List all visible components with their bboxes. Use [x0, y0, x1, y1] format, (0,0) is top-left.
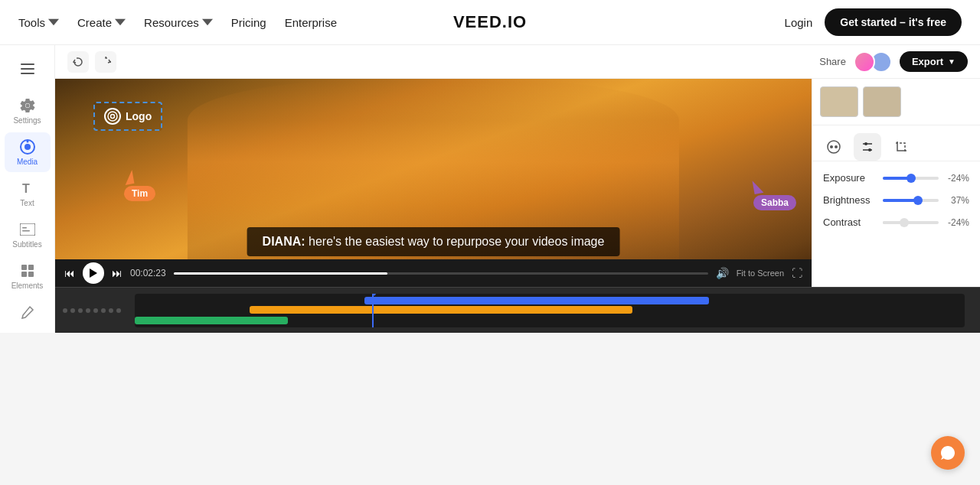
volume-button[interactable]: 🔊: [716, 267, 729, 279]
redo-button[interactable]: [95, 51, 116, 73]
sabba-label: Sabba: [753, 195, 796, 210]
brightness-thumb[interactable]: [913, 196, 923, 205]
svg-point-14: [108, 112, 117, 121]
topbar-right: Share Export ▼: [819, 51, 968, 73]
timeline-dots: [63, 308, 121, 313]
logo-text: Logo: [126, 110, 152, 122]
nav-cta-button[interactable]: Get started – it's free: [825, 8, 962, 36]
tab-crop[interactable]: [887, 133, 915, 161]
menu-icon: [19, 60, 36, 77]
timeline-dot: [101, 308, 106, 313]
skip-back-button[interactable]: ⏮: [64, 267, 75, 279]
progress-fill: [174, 272, 387, 275]
svg-point-22: [830, 145, 833, 148]
sidebar-media[interactable]: Media: [5, 132, 51, 172]
timeline-dot: [70, 308, 75, 313]
site-logo[interactable]: VEED.IO: [453, 12, 527, 32]
svg-rect-1: [21, 68, 34, 70]
tab-adjust[interactable]: [854, 133, 881, 161]
track-audio: [135, 317, 288, 324]
logo-circle-icon: [104, 108, 121, 125]
svg-marker-20: [90, 269, 97, 278]
nav-tools[interactable]: Tools: [18, 16, 59, 29]
settings-icon: [19, 97, 36, 114]
brightness-slider[interactable]: [883, 199, 939, 202]
text-label: Text: [20, 199, 34, 207]
subtitles-icon: [19, 221, 36, 238]
timeline-dot: [109, 308, 113, 313]
subtitles-label: Subtitles: [12, 240, 41, 249]
timeline-dot: [63, 308, 67, 313]
subtitle-overlay: DIANA: here's the easiest way to repurpo…: [247, 227, 620, 256]
sabba-cursor: Sabba: [753, 180, 796, 210]
svg-point-27: [868, 148, 871, 151]
timeline-marker: [371, 294, 378, 296]
timeline: [55, 287, 980, 333]
sidebar-menu[interactable]: [5, 54, 51, 83]
svg-rect-11: [28, 265, 34, 270]
nav-right: Login Get started – it's free: [785, 8, 962, 36]
thumbnail-1: [820, 86, 858, 117]
elements-label: Elements: [11, 282, 44, 290]
contrast-value: -24%: [945, 217, 969, 228]
svg-point-21: [828, 141, 840, 153]
nav-left: Tools Create Resources Pricing Enterpris…: [18, 16, 337, 29]
undo-button[interactable]: [67, 51, 89, 73]
svg-rect-12: [21, 272, 27, 277]
svg-point-4: [24, 144, 31, 150]
timeline-dot: [86, 308, 90, 313]
nav-bar: Tools Create Resources Pricing Enterpris…: [0, 0, 980, 45]
contrast-thumb[interactable]: [900, 218, 909, 227]
logo-element[interactable]: Logo: [93, 102, 162, 131]
svg-text:T: T: [22, 182, 30, 195]
nav-create[interactable]: Create: [77, 16, 126, 29]
sidebar-subtitles[interactable]: Subtitles: [5, 215, 51, 255]
tim-cursor: Tim: [124, 171, 155, 201]
editor-topbar: Share Export ▼: [55, 45, 980, 79]
exposure-slider[interactable]: [883, 177, 939, 180]
exposure-control: Exposure -24%: [823, 172, 969, 184]
skip-forward-button[interactable]: ⏭: [112, 267, 122, 279]
timeline-dot: [78, 308, 83, 313]
media-label: Media: [17, 158, 38, 166]
svg-point-5: [26, 141, 28, 143]
svg-rect-7: [20, 223, 35, 236]
sidebar-settings[interactable]: Settings: [5, 91, 51, 131]
progress-bar[interactable]: [174, 272, 708, 275]
play-button[interactable]: [83, 262, 104, 284]
sidebar-edit[interactable]: [5, 298, 51, 327]
elements-icon: [19, 262, 36, 279]
nav-enterprise[interactable]: Enterprise: [285, 16, 337, 29]
playback-controls: ⏮ ⏭ 00:02:23 🔊 Fit to Screen ⛶: [55, 259, 812, 287]
nav-resources[interactable]: Resources: [144, 16, 213, 29]
timeline-dot: [93, 308, 98, 313]
avatar-1: [854, 51, 875, 73]
fit-to-screen-button[interactable]: Fit to Screen: [737, 269, 784, 278]
share-button[interactable]: Share: [819, 56, 846, 67]
edit-icon: [19, 304, 36, 321]
timeline-playhead: [372, 294, 374, 327]
svg-rect-13: [28, 272, 34, 277]
contrast-slider[interactable]: [883, 221, 939, 224]
svg-rect-2: [21, 73, 34, 74]
exposure-thumb[interactable]: [906, 174, 916, 183]
export-button[interactable]: Export ▼: [900, 51, 968, 72]
svg-point-25: [864, 142, 867, 145]
track-video: [250, 306, 632, 314]
nav-login-button[interactable]: Login: [785, 16, 813, 29]
media-icon: [19, 138, 36, 155]
sidebar-elements[interactable]: Elements: [5, 256, 51, 296]
text-icon: T: [19, 180, 36, 197]
nav-pricing[interactable]: Pricing: [231, 16, 266, 29]
svg-rect-10: [21, 265, 27, 270]
timeline-tracks[interactable]: [135, 294, 965, 327]
fullscreen-button[interactable]: ⛶: [792, 267, 802, 279]
svg-rect-9: [22, 230, 30, 232]
sidebar-text[interactable]: T Text: [5, 174, 51, 213]
svg-point-23: [835, 145, 838, 148]
export-dropdown-arrow: ▼: [948, 57, 956, 66]
svg-rect-0: [21, 63, 34, 65]
tab-filter[interactable]: [820, 133, 848, 161]
brightness-control: Brightness 37%: [823, 194, 969, 206]
settings-label: Settings: [13, 116, 41, 125]
